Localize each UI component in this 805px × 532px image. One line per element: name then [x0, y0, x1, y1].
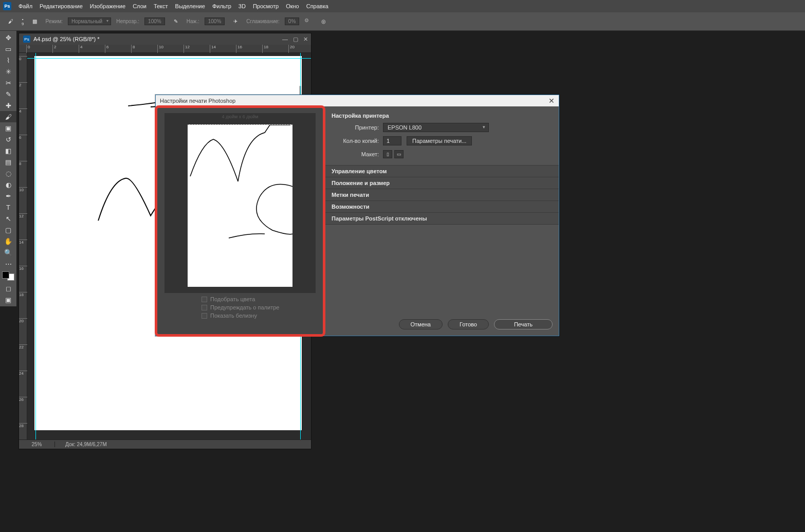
mode-select[interactable]: Нормальный: [68, 17, 111, 25]
color-swatch[interactable]: [2, 271, 14, 281]
printer-setup-header: Настройка принтера: [325, 111, 559, 121]
menu-edit[interactable]: Редактирование: [40, 3, 83, 9]
menu-help[interactable]: Справка: [306, 3, 328, 9]
marquee-icon[interactable]: ▭: [0, 43, 16, 54]
smooth-options-icon[interactable]: ⚙: [304, 17, 313, 26]
menu-image[interactable]: Изображение: [90, 3, 125, 9]
mode-label: Режим:: [45, 19, 63, 24]
close-icon[interactable]: ✕: [548, 97, 555, 105]
guide-vertical[interactable]: [35, 53, 36, 439]
smooth-label: Сглаживание:: [246, 19, 280, 24]
menu-3d[interactable]: 3D: [239, 3, 246, 9]
brush-panel-icon[interactable]: ▩: [29, 16, 40, 27]
ruler-vertical: 0246810121416182022242628: [19, 53, 27, 439]
smooth-input[interactable]: 0%: [285, 17, 299, 25]
tool-preset-icon[interactable]: 🖌: [5, 16, 16, 27]
print-preview-page: [188, 124, 292, 287]
zoom-icon[interactable]: 🔍: [0, 247, 16, 258]
menu-text[interactable]: Текст: [154, 3, 168, 9]
layout-portrait-icon[interactable]: ▯: [383, 150, 392, 158]
minimize-icon[interactable]: —: [282, 36, 288, 43]
type-icon[interactable]: T: [0, 201, 16, 213]
pressure-size-icon[interactable]: ◎: [318, 16, 329, 27]
toolbox: ✥▭⌇✳✂✎✚🖌▣↺◧▤◌◐✒T↖▢✋🔍⋯◻▣: [0, 31, 16, 306]
menu-layers[interactable]: Слои: [133, 3, 147, 9]
check-show-white: Показать белизну: [202, 313, 323, 319]
print-params-button[interactable]: Параметры печати...: [407, 136, 472, 145]
section-postscript[interactable]: Параметры PostScript отключены: [325, 213, 559, 225]
menu-file[interactable]: Файл: [19, 3, 32, 9]
brush-icon[interactable]: 🖌: [0, 111, 16, 122]
hand-icon[interactable]: ✋: [0, 235, 16, 247]
flow-input[interactable]: 100%: [205, 17, 225, 25]
menu-view[interactable]: Просмотр: [253, 3, 279, 9]
close-doc-icon[interactable]: ✕: [303, 36, 308, 43]
printer-label: Принтер:: [325, 124, 383, 131]
menu-filter[interactable]: Фильтр: [212, 3, 231, 9]
move-icon[interactable]: ✥: [0, 32, 16, 43]
preview-drawing: [188, 125, 292, 287]
blur-icon[interactable]: ◌: [0, 168, 16, 179]
app-icon: Ps: [3, 2, 11, 10]
section-print-marks[interactable]: Метки печати: [325, 189, 559, 201]
done-button[interactable]: Готово: [448, 319, 489, 329]
section-position-size[interactable]: Положение и размер: [325, 177, 559, 189]
maximize-icon[interactable]: ▢: [293, 36, 298, 43]
menu-window[interactable]: Окно: [286, 3, 299, 9]
layout-landscape-icon[interactable]: ▭: [394, 150, 404, 158]
stamp-icon[interactable]: ▣: [0, 122, 16, 134]
opacity-label: Непрозр.:: [116, 19, 139, 24]
edit-toolbar-icon[interactable]: ⋯: [0, 258, 16, 269]
section-color-management[interactable]: Управление цветом: [325, 166, 559, 177]
airbrush-icon[interactable]: ✈: [230, 16, 241, 27]
print-dialog: Настройки печати Photoshop ✕ 4 дюйм x 6 …: [155, 95, 559, 336]
options-bar: 🖌 •9 ▩ Режим: Нормальный Непрозр.: 100% …: [0, 12, 805, 31]
dialog-titlebar[interactable]: Настройки печати Photoshop ✕: [156, 95, 559, 106]
layout-label: Макет:: [325, 151, 383, 157]
doc-info[interactable]: Док: 24,9M/6,27M: [55, 442, 107, 447]
document-title: A4.psd @ 25% (RGB/8*) *: [33, 36, 100, 42]
preview-size-label: 4 дюйм x 6 дюйм: [164, 114, 316, 119]
section-capabilities[interactable]: Возможности: [325, 201, 559, 213]
pressure-opacity-icon[interactable]: ✎: [170, 16, 181, 27]
flow-label: Наж.:: [187, 19, 199, 24]
history-brush-icon[interactable]: ↺: [0, 134, 16, 145]
shape-icon[interactable]: ▢: [0, 224, 16, 235]
crop-icon[interactable]: ✂: [0, 77, 16, 88]
eyedropper-icon[interactable]: ✎: [0, 88, 16, 100]
zoom-level[interactable]: 25%: [19, 442, 55, 447]
guide-horizontal[interactable]: [27, 58, 311, 59]
print-preview-pane: 4 дюйм x 6 дюйм Подобрать цвета Предупре…: [155, 105, 325, 337]
path-icon[interactable]: ↖: [0, 213, 16, 224]
eraser-icon[interactable]: ◧: [0, 145, 16, 156]
quick-mask-icon[interactable]: ◻: [0, 283, 16, 294]
printer-select[interactable]: EPSON L800: [383, 123, 489, 132]
wand-icon[interactable]: ✳: [0, 66, 16, 77]
print-button[interactable]: Печать: [494, 319, 553, 329]
check-gamut-warning: Предупреждать о палитре: [202, 304, 323, 310]
opacity-input[interactable]: 100%: [144, 17, 165, 25]
heal-icon[interactable]: ✚: [0, 100, 16, 111]
document-titlebar: Ps A4.psd @ 25% (RGB/8*) * — ▢ ✕: [19, 33, 311, 45]
lasso-icon[interactable]: ⌇: [0, 54, 16, 66]
status-bar: 25% Док: 24,9M/6,27M: [19, 439, 311, 449]
brush-size-value: 9: [22, 22, 24, 26]
brush-size-picker[interactable]: •9: [22, 17, 24, 26]
menu-select[interactable]: Выделение: [175, 3, 205, 9]
check-match-colors: Подобрать цвета: [202, 296, 323, 302]
ruler-horizontal: 02468101214161820: [19, 45, 311, 53]
dialog-title: Настройки печати Photoshop: [160, 98, 235, 104]
screen-mode-icon[interactable]: ▣: [0, 294, 16, 305]
dodge-icon[interactable]: ◐: [0, 179, 16, 190]
cancel-button[interactable]: Отмена: [399, 319, 443, 329]
pen-icon[interactable]: ✒: [0, 190, 16, 201]
gradient-icon[interactable]: ▤: [0, 156, 16, 168]
doc-ps-icon: Ps: [23, 35, 30, 43]
copies-label: Кол-во копий:: [325, 138, 383, 144]
copies-input[interactable]: 1: [383, 136, 401, 145]
main-menubar: Ps Файл Редактирование Изображение Слои …: [0, 0, 805, 12]
